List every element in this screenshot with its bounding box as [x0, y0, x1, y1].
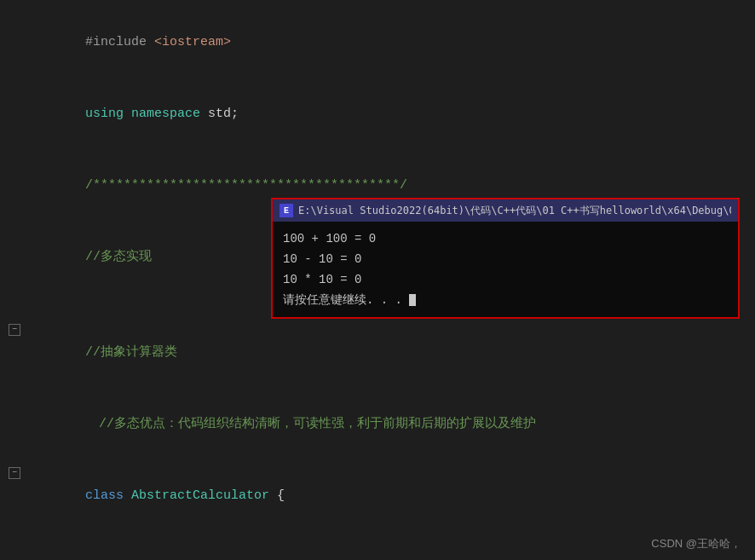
code-line-6: − //抽象计算器类 — [0, 317, 755, 389]
terminal-line-1: 100 + 100 = 0 — [283, 228, 728, 249]
code-line-1: #include <iostream> — [0, 7, 755, 78]
terminal-line-2: 10 - 10 = 0 — [283, 249, 728, 269]
code-line-9: public: — [0, 532, 755, 560]
terminal-title: E:\Visual Studio2022(64bit)\代码\C++代码\01 … — [298, 204, 731, 218]
terminal-popup: E E:\Visual Studio2022(64bit)\代码\C++代码\0… — [271, 198, 740, 319]
csdn-watermark: CSDN @王哈哈， — [651, 536, 741, 551]
fold-btn-8[interactable]: − — [9, 467, 20, 479]
code-editor: #include <iostream> using namespace std;… — [0, 0, 755, 560]
watermark-text: CSDN @王哈哈， — [651, 537, 741, 550]
terminal-titlebar: E E:\Visual Studio2022(64bit)\代码\C++代码\0… — [273, 199, 738, 222]
code-line-2: using namespace std; — [0, 78, 755, 150]
terminal-line-4: 请按任意键继续. . . — [283, 290, 728, 310]
terminal-line-3: 10 * 10 = 0 — [283, 269, 728, 290]
cursor — [409, 294, 416, 306]
terminal-body: 100 + 100 = 0 10 - 10 = 0 10 * 10 = 0 请按… — [273, 222, 738, 317]
fold-btn-6[interactable]: − — [9, 324, 20, 336]
code-line-8: − class AbstractCalculator { — [0, 460, 755, 532]
terminal-icon: E — [280, 204, 293, 217]
code-line-7: //多态优点：代码组织结构清晰，可读性强，利于前期和后期的扩展以及维护 — [0, 389, 755, 460]
